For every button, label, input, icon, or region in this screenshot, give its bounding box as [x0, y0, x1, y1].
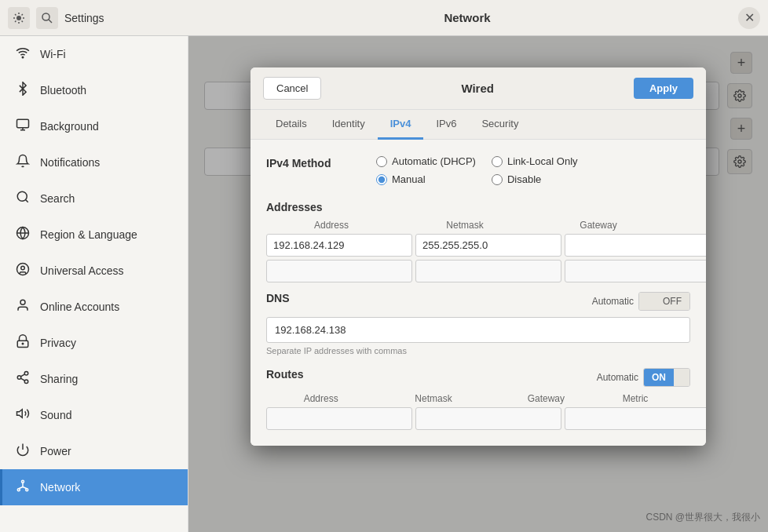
dns-toggle-on-part[interactable]: [639, 293, 655, 310]
sidebar-item-wifi[interactable]: Wi-Fi: [0, 36, 188, 72]
search-titlebar-icon[interactable]: [36, 7, 58, 29]
modal-dialog: Cancel Wired Apply Details Identity IPv4…: [251, 67, 706, 446]
svg-point-15: [22, 343, 24, 344]
address-row-1: ✕: [266, 234, 690, 257]
sidebar-label-region: Region & Language: [40, 228, 137, 241]
svg-rect-4: [17, 119, 29, 128]
radio-input-disable[interactable]: [492, 174, 503, 185]
routes-netmask-input[interactable]: [415, 407, 561, 430]
address-input-1[interactable]: [266, 234, 412, 257]
sidebar-item-bluetooth[interactable]: Bluetooth: [0, 72, 188, 108]
sidebar-label-background: Background: [40, 120, 99, 133]
routes-gateway-input[interactable]: [565, 407, 706, 430]
close-button[interactable]: ✕: [738, 7, 760, 29]
radio-label-manual: Manual: [392, 173, 426, 185]
radio-manual[interactable]: Manual: [376, 173, 476, 185]
sidebar-item-notifications[interactable]: Notifications: [0, 144, 188, 180]
svg-line-28: [23, 487, 27, 489]
svg-line-8: [25, 199, 27, 202]
radio-input-link-local[interactable]: [492, 156, 503, 167]
svg-line-27: [19, 487, 23, 489]
content-area: + + CSDN @世界很大，我很小: [188, 36, 768, 532]
address-input-2[interactable]: [266, 260, 412, 282]
radio-disable[interactable]: Disable: [492, 173, 591, 185]
sidebar-item-privacy[interactable]: Privacy: [0, 325, 188, 361]
radio-link-local[interactable]: Link-Local Only: [492, 155, 591, 167]
svg-point-18: [24, 380, 28, 384]
svg-point-1: [42, 13, 49, 20]
header-gateway: Gateway: [533, 220, 664, 231]
addresses-section: Addresses Address Netmask Gateway: [266, 201, 690, 282]
main-layout: Wi-Fi Bluetooth Background Notifications…: [0, 36, 768, 532]
address-row-2: ✕: [266, 260, 690, 282]
ipv4-method-label: IPv4 Method: [266, 155, 360, 169]
routes-toggle-switch[interactable]: ON: [643, 368, 690, 387]
radio-input-auto-dhcp[interactable]: [376, 156, 387, 167]
sidebar-item-online[interactable]: Online Accounts: [0, 289, 188, 325]
svg-point-0: [16, 16, 21, 20]
app-menu-icon[interactable]: [8, 7, 30, 29]
app-name-label: Settings: [64, 12, 104, 24]
sidebar-item-universal[interactable]: Universal Access: [0, 253, 188, 289]
power-icon: [15, 443, 31, 460]
window-title: Network: [196, 11, 738, 24]
svg-point-24: [17, 489, 20, 491]
sidebar-label-power: Power: [40, 445, 71, 457]
sidebar-label-network: Network: [40, 481, 80, 494]
sidebar-item-search[interactable]: Search: [0, 180, 188, 217]
sidebar-item-network[interactable]: Network: [0, 469, 188, 505]
radio-label-link-local: Link-Local Only: [507, 155, 578, 167]
modal-title: Wired: [329, 82, 625, 95]
header-netmask: Netmask: [400, 220, 530, 231]
network-icon: [15, 479, 31, 496]
routes-toggle-off-part[interactable]: [674, 369, 689, 386]
dns-automatic-label: Automatic: [592, 296, 634, 307]
netmask-input-2[interactable]: [415, 260, 561, 282]
radio-label-disable: Disable: [507, 173, 541, 185]
radio-auto-dhcp[interactable]: Automatic (DHCP): [376, 155, 476, 167]
titlebar: Settings Network ✕: [0, 0, 768, 36]
svg-point-17: [17, 376, 21, 380]
apply-button[interactable]: Apply: [634, 78, 693, 99]
netmask-input-1[interactable]: [415, 234, 561, 257]
tab-security[interactable]: Security: [469, 110, 531, 140]
tab-details[interactable]: Details: [263, 110, 320, 140]
sidebar-label-privacy: Privacy: [40, 337, 76, 349]
dns-hint: Separate IP addresses with commas: [266, 346, 690, 355]
sidebar-item-sharing[interactable]: Sharing: [0, 361, 188, 397]
dns-section: DNS Automatic OFF Separate IP addresses …: [266, 292, 690, 355]
tab-ipv6[interactable]: IPv6: [423, 110, 469, 140]
svg-line-20: [20, 374, 24, 377]
radio-input-manual[interactable]: [376, 174, 387, 185]
header-address: Address: [266, 220, 397, 231]
sidebar-item-sound[interactable]: Sound: [0, 397, 188, 433]
svg-point-16: [24, 372, 28, 376]
dns-input[interactable]: [266, 317, 690, 343]
gateway-input-2[interactable]: [565, 260, 706, 282]
routes-toggle-on-part[interactable]: ON: [644, 369, 674, 386]
tab-ipv4[interactable]: IPv4: [378, 110, 424, 140]
sidebar-label-online: Online Accounts: [40, 301, 119, 313]
dns-toggle-switch[interactable]: OFF: [638, 292, 690, 311]
cancel-button[interactable]: Cancel: [263, 77, 321, 100]
bluetooth-icon: [15, 82, 31, 99]
wifi-icon: [15, 46, 31, 63]
sidebar-label-universal: Universal Access: [40, 264, 124, 277]
modal-overlay: Cancel Wired Apply Details Identity IPv4…: [188, 36, 768, 532]
tab-identity[interactable]: Identity: [320, 110, 378, 140]
svg-point-13: [20, 300, 25, 304]
routes-header-netmask: Netmask: [379, 393, 488, 404]
routes-address-input[interactable]: [266, 407, 412, 430]
sidebar: Wi-Fi Bluetooth Background Notifications…: [0, 36, 188, 532]
modal-body: IPv4 Method Automatic (DHCP) Link-Local …: [251, 140, 706, 446]
sidebar-item-background[interactable]: Background: [0, 108, 188, 144]
dns-toggle-off-part[interactable]: OFF: [655, 293, 689, 310]
routes-header: Routes Automatic ON: [266, 368, 690, 387]
svg-point-7: [17, 191, 27, 201]
routes-header-gateway: Gateway: [492, 393, 601, 404]
svg-line-2: [49, 20, 52, 23]
gateway-input-1[interactable]: [565, 234, 706, 257]
routes-section: Routes Automatic ON Address N: [266, 368, 690, 430]
sidebar-item-power[interactable]: Power: [0, 433, 188, 469]
sidebar-item-region[interactable]: Region & Language: [0, 217, 188, 253]
